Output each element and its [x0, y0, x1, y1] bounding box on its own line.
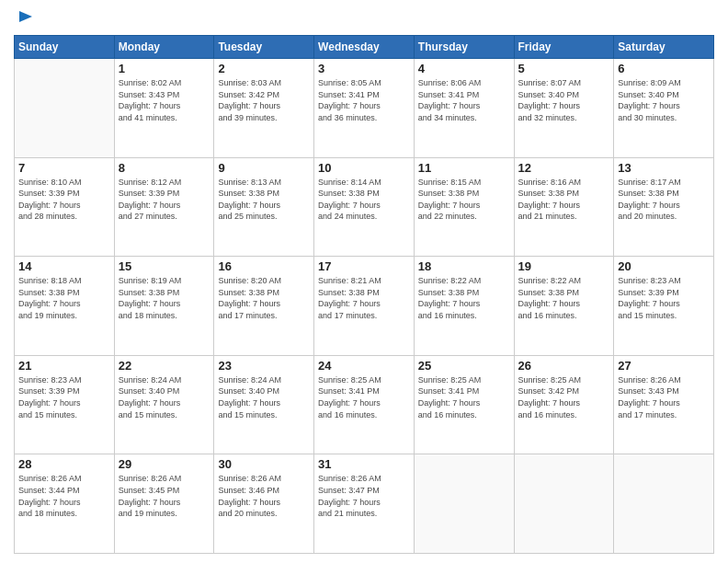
- day-number: 28: [18, 457, 110, 471]
- calendar-cell: 1Sunrise: 8:02 AM Sunset: 3:43 PM Daylig…: [114, 59, 214, 158]
- day-number: 17: [318, 259, 410, 273]
- day-number: 8: [119, 161, 210, 175]
- calendar-cell: [514, 454, 614, 554]
- day-number: 9: [218, 161, 310, 175]
- header: [14, 9, 714, 28]
- calendar-week-row: 28Sunrise: 8:26 AM Sunset: 3:44 PM Dayli…: [15, 454, 714, 554]
- calendar-cell: 27Sunrise: 8:26 AM Sunset: 3:43 PM Dayli…: [614, 355, 714, 454]
- day-info: Sunrise: 8:26 AM Sunset: 3:46 PM Dayligh…: [218, 473, 310, 519]
- logo: [14, 9, 34, 28]
- calendar-cell: [614, 454, 714, 554]
- calendar-day-header: Tuesday: [214, 36, 314, 59]
- day-info: Sunrise: 8:06 AM Sunset: 3:41 PM Dayligh…: [418, 77, 510, 123]
- day-info: Sunrise: 8:23 AM Sunset: 3:39 PM Dayligh…: [18, 374, 110, 420]
- calendar-cell: 20Sunrise: 8:23 AM Sunset: 3:39 PM Dayli…: [614, 257, 714, 356]
- day-info: Sunrise: 8:05 AM Sunset: 3:41 PM Dayligh…: [318, 77, 410, 123]
- calendar-cell: 15Sunrise: 8:19 AM Sunset: 3:38 PM Dayli…: [114, 257, 214, 356]
- day-number: 1: [119, 62, 210, 75]
- day-number: 6: [618, 62, 710, 75]
- calendar-cell: 18Sunrise: 8:22 AM Sunset: 3:38 PM Dayli…: [414, 257, 514, 356]
- calendar-cell: 28Sunrise: 8:26 AM Sunset: 3:44 PM Dayli…: [15, 454, 115, 554]
- day-info: Sunrise: 8:23 AM Sunset: 3:39 PM Dayligh…: [618, 275, 710, 321]
- day-info: Sunrise: 8:14 AM Sunset: 3:38 PM Dayligh…: [318, 177, 410, 223]
- logo-flag-icon: [16, 9, 34, 28]
- day-number: 2: [218, 62, 310, 75]
- calendar-week-row: 1Sunrise: 8:02 AM Sunset: 3:43 PM Daylig…: [15, 59, 714, 158]
- calendar-cell: 19Sunrise: 8:22 AM Sunset: 3:38 PM Dayli…: [514, 257, 614, 356]
- day-number: 26: [518, 359, 610, 373]
- calendar-cell: 8Sunrise: 8:12 AM Sunset: 3:39 PM Daylig…: [114, 157, 214, 257]
- day-info: Sunrise: 8:24 AM Sunset: 3:40 PM Dayligh…: [218, 374, 310, 420]
- day-number: 20: [618, 259, 710, 273]
- calendar-header-row: SundayMondayTuesdayWednesdayThursdayFrid…: [15, 36, 714, 59]
- calendar-cell: 7Sunrise: 8:10 AM Sunset: 3:39 PM Daylig…: [15, 157, 115, 257]
- day-info: Sunrise: 8:19 AM Sunset: 3:38 PM Dayligh…: [119, 275, 210, 321]
- day-number: 29: [119, 457, 210, 471]
- calendar-cell: 16Sunrise: 8:20 AM Sunset: 3:38 PM Dayli…: [214, 257, 314, 356]
- svg-marker-0: [19, 11, 32, 22]
- calendar-cell: [414, 454, 514, 554]
- calendar-day-header: Saturday: [614, 36, 714, 59]
- calendar-table: SundayMondayTuesdayWednesdayThursdayFrid…: [14, 35, 714, 554]
- calendar-cell: 29Sunrise: 8:26 AM Sunset: 3:45 PM Dayli…: [114, 454, 214, 554]
- day-info: Sunrise: 8:10 AM Sunset: 3:39 PM Dayligh…: [18, 177, 110, 223]
- day-number: 10: [318, 161, 410, 175]
- calendar-cell: 31Sunrise: 8:26 AM Sunset: 3:47 PM Dayli…: [314, 454, 415, 554]
- day-number: 22: [119, 359, 210, 373]
- calendar-cell: 2Sunrise: 8:03 AM Sunset: 3:42 PM Daylig…: [214, 59, 314, 158]
- day-number: 12: [518, 161, 610, 175]
- calendar-cell: 6Sunrise: 8:09 AM Sunset: 3:40 PM Daylig…: [614, 59, 714, 158]
- day-info: Sunrise: 8:09 AM Sunset: 3:40 PM Dayligh…: [618, 77, 710, 123]
- day-info: Sunrise: 8:03 AM Sunset: 3:42 PM Dayligh…: [218, 77, 310, 123]
- day-info: Sunrise: 8:15 AM Sunset: 3:38 PM Dayligh…: [418, 177, 510, 223]
- day-number: 21: [18, 359, 110, 373]
- calendar-cell: 9Sunrise: 8:13 AM Sunset: 3:38 PM Daylig…: [214, 157, 314, 257]
- day-number: 14: [18, 259, 110, 273]
- day-number: 30: [218, 457, 310, 471]
- calendar-cell: 30Sunrise: 8:26 AM Sunset: 3:46 PM Dayli…: [214, 454, 314, 554]
- day-info: Sunrise: 8:22 AM Sunset: 3:38 PM Dayligh…: [418, 275, 510, 321]
- day-info: Sunrise: 8:26 AM Sunset: 3:43 PM Dayligh…: [618, 374, 710, 420]
- day-info: Sunrise: 8:21 AM Sunset: 3:38 PM Dayligh…: [318, 275, 410, 321]
- day-info: Sunrise: 8:07 AM Sunset: 3:40 PM Dayligh…: [518, 77, 610, 123]
- day-info: Sunrise: 8:18 AM Sunset: 3:38 PM Dayligh…: [18, 275, 110, 321]
- day-info: Sunrise: 8:17 AM Sunset: 3:38 PM Dayligh…: [618, 177, 710, 223]
- calendar-day-header: Wednesday: [314, 36, 415, 59]
- day-info: Sunrise: 8:25 AM Sunset: 3:42 PM Dayligh…: [518, 374, 610, 420]
- calendar-cell: 13Sunrise: 8:17 AM Sunset: 3:38 PM Dayli…: [614, 157, 714, 257]
- day-number: 23: [218, 359, 310, 373]
- calendar-day-header: Thursday: [414, 36, 514, 59]
- day-number: 19: [518, 259, 610, 273]
- calendar-cell: [15, 59, 115, 158]
- calendar-week-row: 21Sunrise: 8:23 AM Sunset: 3:39 PM Dayli…: [15, 355, 714, 454]
- day-info: Sunrise: 8:25 AM Sunset: 3:41 PM Dayligh…: [418, 374, 510, 420]
- day-info: Sunrise: 8:24 AM Sunset: 3:40 PM Dayligh…: [119, 374, 210, 420]
- page: SundayMondayTuesdayWednesdayThursdayFrid…: [0, 0, 728, 563]
- day-info: Sunrise: 8:16 AM Sunset: 3:38 PM Dayligh…: [518, 177, 610, 223]
- day-number: 18: [418, 259, 510, 273]
- day-info: Sunrise: 8:20 AM Sunset: 3:38 PM Dayligh…: [218, 275, 310, 321]
- day-number: 5: [518, 62, 610, 75]
- day-number: 4: [418, 62, 510, 75]
- calendar-cell: 5Sunrise: 8:07 AM Sunset: 3:40 PM Daylig…: [514, 59, 614, 158]
- calendar-day-header: Friday: [514, 36, 614, 59]
- calendar-cell: 25Sunrise: 8:25 AM Sunset: 3:41 PM Dayli…: [414, 355, 514, 454]
- calendar-cell: 26Sunrise: 8:25 AM Sunset: 3:42 PM Dayli…: [514, 355, 614, 454]
- day-info: Sunrise: 8:26 AM Sunset: 3:45 PM Dayligh…: [119, 473, 210, 519]
- day-number: 16: [218, 259, 310, 273]
- day-info: Sunrise: 8:13 AM Sunset: 3:38 PM Dayligh…: [218, 177, 310, 223]
- calendar-week-row: 7Sunrise: 8:10 AM Sunset: 3:39 PM Daylig…: [15, 157, 714, 257]
- day-info: Sunrise: 8:26 AM Sunset: 3:44 PM Dayligh…: [18, 473, 110, 519]
- day-info: Sunrise: 8:12 AM Sunset: 3:39 PM Dayligh…: [119, 177, 210, 223]
- day-number: 11: [418, 161, 510, 175]
- day-number: 3: [318, 62, 410, 75]
- calendar-cell: 21Sunrise: 8:23 AM Sunset: 3:39 PM Dayli…: [15, 355, 115, 454]
- day-info: Sunrise: 8:26 AM Sunset: 3:47 PM Dayligh…: [318, 473, 410, 519]
- calendar-cell: 3Sunrise: 8:05 AM Sunset: 3:41 PM Daylig…: [314, 59, 415, 158]
- day-number: 31: [318, 457, 410, 471]
- calendar-cell: 14Sunrise: 8:18 AM Sunset: 3:38 PM Dayli…: [15, 257, 115, 356]
- calendar-cell: 4Sunrise: 8:06 AM Sunset: 3:41 PM Daylig…: [414, 59, 514, 158]
- day-number: 13: [618, 161, 710, 175]
- calendar-week-row: 14Sunrise: 8:18 AM Sunset: 3:38 PM Dayli…: [15, 257, 714, 356]
- day-number: 27: [618, 359, 710, 373]
